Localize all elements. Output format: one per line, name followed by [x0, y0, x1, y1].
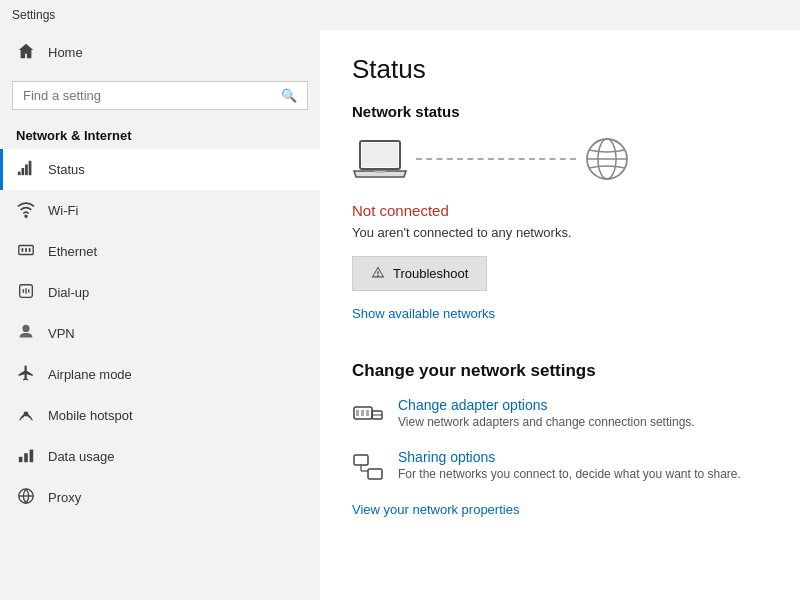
adapter-settings-item: Change adapter options View network adap…: [352, 397, 768, 431]
network-properties-link[interactable]: View your network properties: [352, 502, 519, 517]
airplane-icon: [16, 364, 36, 385]
sharing-icon: [352, 451, 384, 483]
sidebar-item-hotspot[interactable]: Mobile hotspot: [0, 395, 320, 436]
change-settings-heading: Change your network settings: [352, 361, 768, 381]
sidebar-section-label: Network & Internet: [0, 120, 320, 149]
adapter-desc: View network adapters and change connect…: [398, 415, 695, 429]
sidebar: Home 🔍 Network & Internet Status Wi: [0, 30, 320, 600]
hotspot-label: Mobile hotspot: [48, 408, 133, 423]
hotspot-icon: [16, 405, 36, 426]
sidebar-item-status[interactable]: Status: [0, 149, 320, 190]
adapter-text: Change adapter options View network adap…: [398, 397, 695, 429]
network-status-heading: Network status: [352, 103, 768, 120]
sidebar-item-data[interactable]: Data usage: [0, 436, 320, 477]
wifi-icon: [16, 200, 36, 221]
sidebar-item-ethernet[interactable]: Ethernet: [0, 231, 320, 272]
show-networks-link[interactable]: Show available networks: [352, 306, 495, 321]
svg-rect-26: [356, 410, 359, 416]
svg-point-4: [25, 215, 27, 217]
svg-rect-16: [30, 450, 34, 463]
search-input[interactable]: [23, 88, 273, 103]
svg-rect-6: [22, 248, 24, 252]
vpn-icon: [16, 323, 36, 344]
status-label: Status: [48, 162, 85, 177]
wifi-label: Wi-Fi: [48, 203, 78, 218]
proxy-label: Proxy: [48, 490, 81, 505]
vpn-label: VPN: [48, 326, 75, 341]
sidebar-item-vpn[interactable]: VPN: [0, 313, 320, 354]
troubleshoot-label: Troubleshoot: [393, 266, 468, 281]
search-icon: 🔍: [281, 88, 297, 103]
data-icon: [16, 446, 36, 467]
troubleshoot-button[interactable]: Troubleshoot: [352, 256, 487, 291]
title-bar: Settings: [0, 0, 800, 30]
home-label: Home: [48, 45, 83, 60]
ethernet-label: Ethernet: [48, 244, 97, 259]
svg-rect-1: [22, 168, 25, 175]
warning-icon: [371, 265, 385, 282]
content-area: Status Network status Not connected You …: [320, 30, 800, 600]
globe-icon: [584, 136, 630, 182]
svg-rect-8: [29, 248, 31, 252]
connection-dashes: [416, 158, 576, 160]
svg-rect-2: [25, 164, 28, 175]
sidebar-item-dialup[interactable]: Dial-up: [0, 272, 320, 313]
data-label: Data usage: [48, 449, 115, 464]
adapter-title[interactable]: Change adapter options: [398, 397, 695, 413]
dialup-icon: [16, 282, 36, 303]
status-description: You aren't connected to any networks.: [352, 225, 768, 240]
home-icon: [16, 42, 36, 63]
title-bar-label: Settings: [12, 8, 55, 22]
status-icon: [16, 159, 36, 180]
sidebar-item-wifi[interactable]: Wi-Fi: [0, 190, 320, 231]
sidebar-item-proxy[interactable]: Proxy: [0, 477, 320, 518]
sharing-title[interactable]: Sharing options: [398, 449, 741, 465]
page-title: Status: [352, 54, 768, 85]
svg-rect-20: [362, 143, 398, 167]
sharing-text: Sharing options For the networks you con…: [398, 449, 741, 481]
airplane-label: Airplane mode: [48, 367, 132, 382]
svg-rect-15: [24, 453, 28, 462]
dialup-label: Dial-up: [48, 285, 89, 300]
svg-rect-3: [29, 161, 32, 175]
network-diagram: [352, 136, 768, 182]
adapter-icon: [352, 399, 384, 431]
ethernet-icon: [16, 241, 36, 262]
svg-rect-28: [366, 410, 369, 416]
svg-rect-32: [368, 469, 382, 479]
main-container: Home 🔍 Network & Internet Status Wi: [0, 30, 800, 600]
connection-status: Not connected: [352, 202, 768, 219]
svg-rect-31: [354, 455, 368, 465]
sharing-desc: For the networks you connect to, decide …: [398, 467, 741, 481]
search-box[interactable]: 🔍: [12, 81, 308, 110]
laptop-icon: [352, 137, 408, 181]
svg-rect-21: [374, 171, 386, 173]
svg-rect-7: [25, 248, 27, 252]
proxy-icon: [16, 487, 36, 508]
svg-rect-14: [19, 457, 23, 462]
svg-rect-27: [361, 410, 364, 416]
sharing-settings-item: Sharing options For the networks you con…: [352, 449, 768, 483]
sidebar-item-home[interactable]: Home: [0, 30, 320, 75]
sidebar-item-airplane[interactable]: Airplane mode: [0, 354, 320, 395]
svg-rect-0: [18, 172, 21, 176]
